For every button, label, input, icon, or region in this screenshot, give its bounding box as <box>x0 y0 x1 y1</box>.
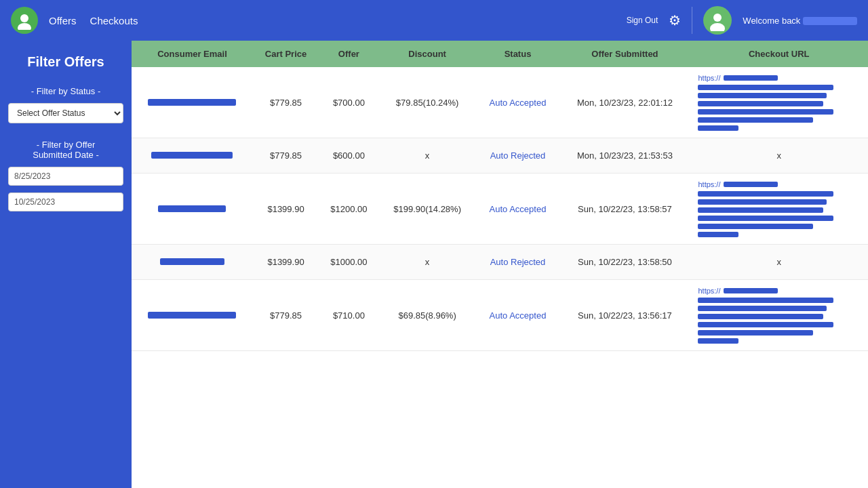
email-cell <box>132 174 253 245</box>
cart-price-cell: $779.85 <box>253 280 319 351</box>
table-row: $1399.90$1200.00$199.90(14.28%)Auto Acce… <box>132 174 868 245</box>
offer-cell: $1200.00 <box>319 174 379 245</box>
welcome-text: Welcome back <box>743 16 857 26</box>
discount-cell: $79.85(10.24%) <box>379 67 476 138</box>
offers-table: Consumer Email Cart Price Offer Discount… <box>132 41 868 351</box>
cart-price-cell: $1399.90 <box>253 174 319 245</box>
offer-cell: $1000.00 <box>319 245 379 280</box>
status-select[interactable]: Select Offer Status Auto Accepted Auto R… <box>8 103 123 123</box>
submitted-cell: Mon, 10/23/23, 22:01:12 <box>559 67 690 138</box>
nav-offers[interactable]: Offers <box>49 15 77 26</box>
col-discount: Discount <box>379 41 476 67</box>
discount-cell: $199.90(14.28%) <box>379 174 476 245</box>
filter-date-label: - Filter by OfferSubmitted Date - <box>8 140 123 160</box>
email-cell <box>132 280 253 351</box>
logo <box>11 7 38 34</box>
submitted-cell: Sun, 10/22/23, 13:56:17 <box>559 280 690 351</box>
table-row: $779.85$710.00$69.85(8.96%)Auto Accepted… <box>132 280 868 351</box>
submitted-cell: Sun, 10/22/23, 13:58:50 <box>559 245 690 280</box>
nav-checkouts[interactable]: Checkouts <box>90 15 138 26</box>
discount-cell: $69.85(8.96%) <box>379 280 476 351</box>
table-header-row: Consumer Email Cart Price Offer Discount… <box>132 41 868 67</box>
header-divider <box>692 7 692 34</box>
col-offer: Offer <box>319 41 379 67</box>
status-cell: Auto Accepted <box>476 280 560 351</box>
date-from-input[interactable] <box>8 167 123 186</box>
gear-icon[interactable]: ⚙ <box>669 12 681 28</box>
username-blur <box>803 17 857 25</box>
discount-cell: x <box>379 245 476 280</box>
email-cell <box>132 245 253 280</box>
signout-link[interactable]: Sign Out <box>627 16 658 25</box>
status-cell: Auto Accepted <box>476 67 560 138</box>
header: Offers Checkouts Sign Out ⚙ Welcome back <box>0 0 868 41</box>
filter-status-label: - Filter by Status - <box>8 86 123 96</box>
col-cart-price: Cart Price <box>253 41 319 67</box>
layout: Filter Offers - Filter by Status - Selec… <box>0 41 868 488</box>
col-email: Consumer Email <box>132 41 253 67</box>
svg-point-1 <box>20 14 28 22</box>
header-right: Sign Out ⚙ Welcome back <box>627 6 857 35</box>
offer-cell: $600.00 <box>319 138 379 174</box>
email-cell <box>132 67 253 138</box>
email-cell <box>132 138 253 174</box>
svg-point-4 <box>713 14 722 22</box>
cart-price-cell: $779.85 <box>253 138 319 174</box>
url-cell: https:// <box>690 174 868 245</box>
url-cell: x <box>690 138 868 174</box>
main-content: Consumer Email Cart Price Offer Discount… <box>132 41 868 488</box>
avatar <box>703 6 732 35</box>
table-row: $1399.90$1000.00xAuto RejectedSun, 10/22… <box>132 245 868 280</box>
cart-price-cell: $1399.90 <box>253 245 319 280</box>
col-status: Status <box>476 41 560 67</box>
table-row: $779.85$600.00xAuto RejectedMon, 10/23/2… <box>132 138 868 174</box>
submitted-cell: Mon, 10/23/23, 21:53:53 <box>559 138 690 174</box>
url-cell: https:// <box>690 67 868 138</box>
main-nav: Offers Checkouts <box>49 15 616 26</box>
status-cell: Auto Rejected <box>476 138 560 174</box>
sidebar: Filter Offers - Filter by Status - Selec… <box>0 41 132 488</box>
cart-price-cell: $779.85 <box>253 67 319 138</box>
url-cell: x <box>690 245 868 280</box>
col-submitted: Offer Submitted <box>559 41 690 67</box>
offer-cell: $710.00 <box>319 280 379 351</box>
sidebar-title: Filter Offers <box>8 54 123 70</box>
status-cell: Auto Accepted <box>476 174 560 245</box>
submitted-cell: Sun, 10/22/23, 13:58:57 <box>559 174 690 245</box>
table-row: $779.85$700.00$79.85(10.24%)Auto Accepte… <box>132 67 868 138</box>
discount-cell: x <box>379 138 476 174</box>
url-cell: https:// <box>690 280 868 351</box>
status-cell: Auto Rejected <box>476 245 560 280</box>
col-url: Checkout URL <box>690 41 868 67</box>
date-to-input[interactable] <box>8 192 123 211</box>
offer-cell: $700.00 <box>319 67 379 138</box>
